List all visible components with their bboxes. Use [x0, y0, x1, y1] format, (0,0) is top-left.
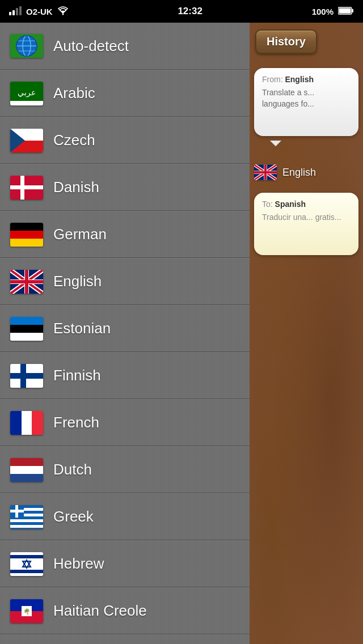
- svg-rect-7: [352, 9, 353, 12]
- svg-rect-43: [22, 411, 32, 435]
- lang-name-french: French: [53, 414, 99, 431]
- history-button[interactable]: History: [255, 29, 317, 54]
- lang-item-danish[interactable]: Danish: [0, 164, 250, 211]
- svg-rect-47: [10, 474, 43, 482]
- flag-arabic: عربي: [10, 82, 43, 105]
- lang-name-finnish: Finnish: [53, 367, 101, 384]
- flag-dutch: [10, 458, 43, 482]
- carrier-label: O2-UK: [26, 7, 53, 16]
- flag-german: [10, 223, 43, 247]
- lang-name-danish: Danish: [53, 179, 99, 196]
- svg-rect-3: [19, 6, 22, 15]
- svg-rect-23: [10, 185, 43, 189]
- lang-item-hungarian[interactable]: Hungarian: [0, 634, 250, 644]
- english-row: English: [254, 164, 316, 180]
- svg-text:🌴: 🌴: [23, 608, 31, 615]
- svg-rect-0: [9, 12, 11, 15]
- lang-item-czech[interactable]: Czech: [0, 117, 250, 164]
- svg-text:عربي: عربي: [18, 88, 36, 98]
- svg-rect-6: [339, 8, 351, 13]
- flag-danish: [10, 176, 43, 200]
- svg-rect-2: [16, 8, 18, 15]
- svg-rect-60: [10, 510, 24, 512]
- svg-rect-26: [10, 239, 43, 247]
- lang-item-finnish[interactable]: Finnish: [0, 352, 250, 399]
- svg-rect-44: [32, 411, 43, 435]
- lang-item-arabic[interactable]: عربي Arabic: [0, 70, 250, 117]
- bubble-from-text: Translate a s... languages fo...: [262, 87, 351, 109]
- status-left: O2-UK: [9, 6, 69, 17]
- bubble-to-text: Traducir una... gratis...: [262, 212, 351, 223]
- flag-greek: [10, 505, 43, 529]
- lang-item-auto-detect[interactable]: Auto-detect: [0, 23, 250, 70]
- lang-item-dutch[interactable]: Dutch: [0, 446, 250, 493]
- lang-name-czech: Czech: [53, 132, 95, 149]
- svg-rect-56: [10, 525, 43, 528]
- from-bubble: From: English Translate a s... languages…: [254, 68, 358, 136]
- svg-rect-25: [10, 231, 43, 239]
- svg-rect-57: [10, 528, 43, 529]
- status-bar: O2-UK 12:32 100%: [0, 0, 363, 23]
- lang-name-estonian: Estonian: [53, 320, 111, 337]
- time-label: 12:32: [178, 6, 202, 17]
- lang-item-haitian-creole[interactable]: 🌴 Haitian Creole: [0, 587, 250, 634]
- wifi-icon: [57, 6, 69, 17]
- svg-rect-41: [20, 364, 26, 388]
- to-bubble: To: Spanish Traducir una... gratis...: [254, 193, 358, 255]
- svg-rect-62: [10, 555, 43, 558]
- svg-rect-81: [264, 165, 267, 180]
- svg-rect-63: [10, 570, 43, 573]
- svg-point-4: [62, 13, 64, 15]
- flag-hebrew: [10, 552, 43, 576]
- svg-rect-37: [10, 325, 43, 333]
- svg-rect-35: [25, 270, 28, 294]
- lang-name-hebrew: Hebrew: [53, 555, 104, 573]
- svg-rect-38: [10, 333, 43, 341]
- right-panel: History From: English Translate a s... l…: [250, 23, 363, 644]
- lang-name-german: German: [53, 226, 107, 243]
- lang-name-auto-detect: Auto-detect: [53, 37, 129, 55]
- lang-name-greek: Greek: [53, 508, 94, 526]
- main-container: Auto-detect عربي Arabic Czech Danish Ger…: [0, 23, 363, 644]
- svg-rect-1: [12, 10, 15, 15]
- svg-rect-45: [10, 458, 43, 466]
- language-list: Auto-detect عربي Arabic Czech Danish Ger…: [0, 23, 250, 644]
- battery-icon: [338, 7, 354, 16]
- to-label: To: Spanish: [262, 200, 351, 209]
- lang-name-dutch: Dutch: [53, 461, 92, 478]
- lang-name-arabic: Arabic: [53, 84, 95, 102]
- lang-item-english[interactable]: English: [0, 258, 250, 305]
- lang-item-greek[interactable]: Greek: [0, 493, 250, 540]
- flag-french: [10, 411, 43, 435]
- status-right: 100%: [312, 7, 354, 16]
- english-flag-mini: [254, 164, 277, 180]
- svg-rect-24: [10, 223, 43, 231]
- lang-item-estonian[interactable]: Estonian: [0, 305, 250, 352]
- english-row-label: English: [282, 167, 316, 179]
- lang-name-english: English: [53, 273, 102, 290]
- svg-rect-36: [10, 317, 43, 325]
- lang-item-hebrew[interactable]: Hebrew: [0, 540, 250, 587]
- svg-rect-54: [10, 519, 43, 522]
- svg-rect-42: [10, 411, 22, 435]
- svg-rect-55: [10, 522, 43, 525]
- flag-haitian-creole: 🌴: [10, 599, 43, 623]
- lang-item-french[interactable]: French: [0, 399, 250, 446]
- flag-finnish: [10, 364, 43, 388]
- from-label: From: English: [262, 75, 351, 84]
- battery-label: 100%: [312, 7, 334, 16]
- signal-icon: [9, 6, 22, 17]
- svg-rect-40: [10, 373, 43, 379]
- flag-auto-detect: [10, 34, 43, 58]
- flag-english: [10, 270, 43, 294]
- flag-estonian: [10, 317, 43, 341]
- lang-item-german[interactable]: German: [0, 211, 250, 258]
- lang-name-haitian-creole: Haitian Creole: [53, 602, 147, 620]
- svg-rect-46: [10, 466, 43, 474]
- flag-czech: [10, 129, 43, 152]
- svg-rect-16: [10, 101, 43, 105]
